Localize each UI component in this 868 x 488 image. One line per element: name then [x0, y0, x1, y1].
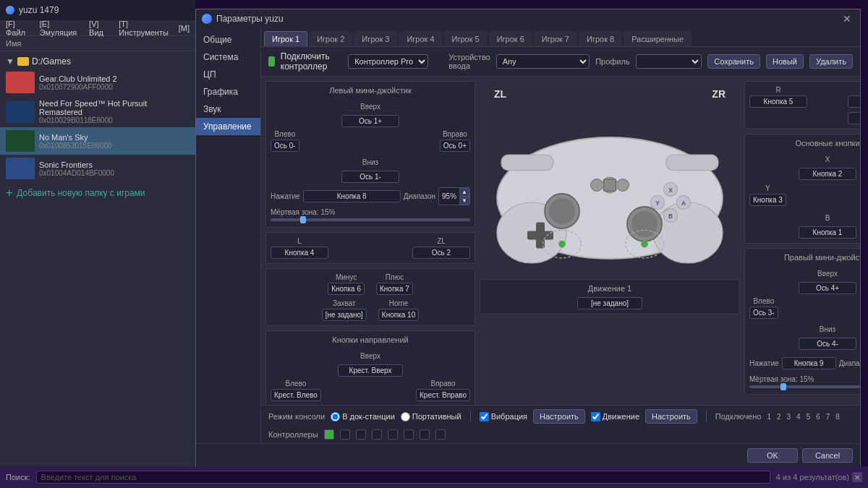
dock-radio[interactable]	[331, 412, 340, 421]
ctrl-indicator-7	[420, 429, 430, 440]
left-column: Левый мини-джойстик Вверх Ось 1+ Влево	[265, 81, 475, 405]
tab-player7[interactable]: Игрок 7	[534, 31, 577, 46]
menu-more[interactable]: [M]	[176, 22, 192, 34]
taskbar: Поиск: Введите текст для поиска 4 из 4 р…	[0, 466, 868, 488]
ok-button[interactable]: OK	[747, 448, 798, 463]
list-item[interactable]: Gear.Club Unlimited 2 0x010072900AFF0000	[0, 69, 195, 96]
left-lr-row: Влево Ось 0- Вправо Ось 0+	[271, 130, 470, 152]
plus-button[interactable]: Кнопка 7	[376, 283, 413, 295]
left-right-button[interactable]: Ось 0+	[440, 140, 470, 152]
portable-radio[interactable]	[401, 412, 410, 421]
left-left-button[interactable]: Ось 0-	[271, 140, 299, 152]
left-deadzone-slider[interactable]	[271, 218, 470, 221]
minus-button[interactable]: Кнопка 6	[328, 283, 365, 295]
close-search-button[interactable]: ✕	[852, 472, 862, 482]
svg-text:Y: Y	[655, 200, 660, 207]
right-press-button[interactable]: Кнопка 9	[782, 357, 836, 369]
portable-radio-label[interactable]: Портативный	[401, 412, 461, 421]
zr-button[interactable]: Кнопка 2	[848, 95, 860, 108]
dpad-left-button[interactable]: Крест. Влево	[271, 389, 321, 401]
sidebar-item-general[interactable]: Общие	[196, 31, 260, 48]
dpad-right-button[interactable]: Крест. Вправо	[416, 389, 470, 401]
menu-emulation[interactable]: [E] Эмуляция	[37, 18, 85, 38]
cancel-button[interactable]: Cancel	[802, 448, 853, 463]
tab-player6[interactable]: Игрок 6	[489, 31, 532, 46]
range-up-button[interactable]: ▲	[459, 188, 469, 197]
l-button[interactable]: Кнопка 4	[271, 247, 328, 259]
dock-radio-label[interactable]: В док-станции	[331, 412, 395, 421]
dialog-title: Параметры yuzu	[216, 14, 835, 24]
right-deadzone-slider[interactable]	[749, 385, 860, 388]
right-up-button[interactable]: Ось 4+	[799, 282, 856, 294]
zl-button[interactable]: Ось 2	[412, 247, 470, 259]
vibration-checkbox-label[interactable]: Вибрация	[480, 412, 527, 421]
setup-motion-button[interactable]: Настроить	[645, 409, 697, 424]
range-down-button[interactable]: ▼	[459, 197, 469, 205]
axis5-button[interactable]: Ось 5	[848, 112, 860, 124]
list-item[interactable]: No Man's Sky 0x0100853015E86000	[0, 127, 195, 155]
game-info: Sonic Frontiers 0x01004AD014BF0000	[39, 160, 114, 177]
vibration-checkbox[interactable]	[480, 412, 489, 421]
left-press-button[interactable]: Кнопка 8	[303, 190, 401, 202]
sidebar-item-graphics[interactable]: Графика	[196, 83, 260, 100]
game-info: Need For Speed™ Hot Pursuit Remastered 0…	[39, 99, 190, 124]
sidebar-item-system[interactable]: Система	[196, 48, 260, 66]
b-button[interactable]: Кнопка 1	[799, 226, 856, 239]
device-select[interactable]: Any	[496, 54, 590, 69]
y-button[interactable]: Кнопка 3	[749, 194, 786, 206]
bottom-bar: Режим консоли В док-станции Портативный …	[261, 405, 860, 443]
x-button[interactable]: Кнопка 2	[799, 168, 856, 180]
capture-button[interactable]: [не задано]	[322, 309, 367, 321]
motion-checkbox[interactable]	[591, 412, 600, 421]
tab-player4[interactable]: Игрок 4	[399, 31, 442, 46]
ctrl-indicator-4	[372, 429, 382, 440]
controller-type-select[interactable]: Контроллер Pro	[348, 54, 428, 69]
device-label: Устройство ввода	[448, 53, 490, 70]
games-folder[interactable]: ▼ D:/Games	[0, 54, 195, 69]
add-folder-button[interactable]: + Добавить новую папку с играми	[0, 182, 195, 204]
motion-checkbox-label[interactable]: Движение	[591, 412, 639, 421]
controls-panel: Левый мини-джойстик Вверх Ось 1+ Влево	[261, 77, 860, 405]
menu-tools[interactable]: [T] Инструменты	[116, 18, 174, 38]
left-up-button[interactable]: Ось 1+	[341, 115, 399, 127]
list-item[interactable]: Sonic Frontiers 0x01004AD014BF0000	[0, 155, 195, 182]
left-down-button[interactable]: Ось 1-	[341, 171, 399, 183]
menu-file[interactable]: [F] Файл	[3, 18, 35, 38]
right-down-button[interactable]: Ось 4-	[799, 338, 856, 350]
tab-advanced[interactable]: Расширенные	[624, 31, 692, 46]
connect-label: Подключить контроллер	[281, 51, 342, 72]
menu-view[interactable]: [V] Вид	[86, 18, 114, 38]
folder-path: D:/Games	[32, 56, 71, 67]
close-button[interactable]: ✕	[840, 13, 854, 25]
delete-profile-button[interactable]: Удалить	[809, 54, 853, 69]
home-button[interactable]: Кнопка 10	[378, 309, 419, 321]
dpad-up-button[interactable]: Крест. Вверх	[338, 364, 403, 377]
ctrl-indicator-5	[388, 429, 398, 440]
setup-vibration-button[interactable]: Настроить	[533, 409, 585, 424]
sidebar-item-cpu[interactable]: ЦП	[196, 66, 260, 83]
svg-point-20	[591, 179, 603, 192]
tab-player1[interactable]: Игрок 1	[264, 31, 307, 46]
game-info: No Man's Sky 0x0100853015E86000	[39, 133, 112, 150]
tab-player3[interactable]: Игрок 3	[354, 31, 397, 46]
tab-player8[interactable]: Игрок 8	[579, 31, 622, 46]
movement-button[interactable]: [не задано]	[577, 297, 642, 309]
list-item[interactable]: Need For Speed™ Hot Pursuit Remastered 0…	[0, 96, 195, 127]
connect-indicator	[268, 56, 275, 67]
game-thumbnail	[6, 158, 35, 179]
column-name-label: Имя	[0, 36, 195, 51]
movement-section: Движение 1 [не задано]	[480, 279, 740, 314]
sidebar-item-controls[interactable]: Управление	[196, 118, 260, 135]
svg-rect-4	[666, 155, 718, 171]
player-tabs: Игрок 1 Игрок 2 Игрок 3 Игрок 4 Игрок 5 …	[261, 28, 860, 47]
r-button[interactable]: Кнопка 5	[749, 95, 807, 108]
profile-select[interactable]	[636, 54, 702, 69]
save-profile-button[interactable]: Сохранить	[707, 54, 760, 69]
new-profile-button[interactable]: Новый	[766, 54, 804, 69]
minus-plus-section: Минус Кнопка 6 Плюс Кнопка 7 Захват	[265, 268, 475, 326]
right-left-button[interactable]: Ось 3-	[749, 307, 778, 319]
search-box[interactable]: Введите текст для поиска	[36, 471, 770, 484]
sidebar-item-sound[interactable]: Звук	[196, 100, 260, 118]
tab-player5[interactable]: Игрок 5	[444, 31, 488, 46]
tab-player2[interactable]: Игрок 2	[309, 31, 352, 46]
